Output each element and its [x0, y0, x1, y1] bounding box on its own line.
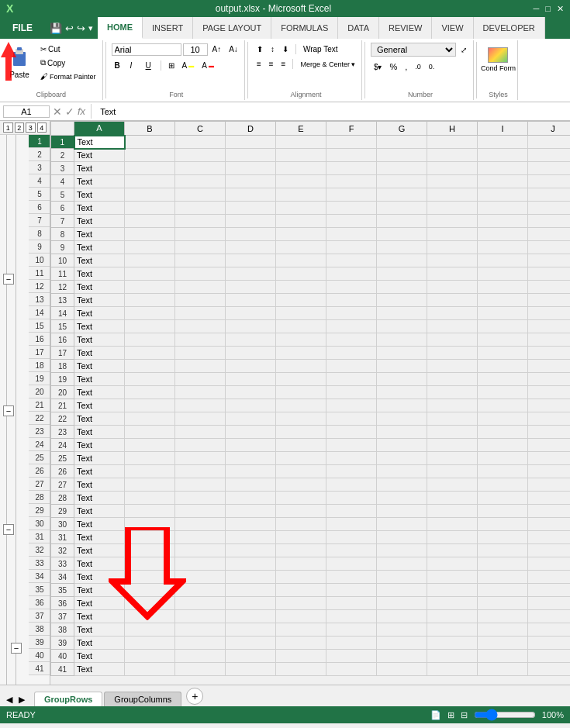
cell-E11[interactable] — [276, 267, 326, 281]
row-number-36[interactable]: 36 — [51, 597, 74, 610]
cell-G25[interactable] — [377, 452, 427, 465]
underline-button[interactable]: U — [143, 59, 157, 72]
customize-qat-icon[interactable]: ▾ — [88, 23, 93, 33]
align-bottom-btn[interactable]: ⬇ — [279, 43, 292, 56]
cell-H18[interactable] — [427, 360, 478, 373]
cell-C12[interactable] — [175, 281, 226, 294]
cell-H4[interactable] — [427, 175, 478, 188]
cell-I17[interactable] — [478, 347, 528, 360]
tab-view[interactable]: VIEW — [432, 17, 473, 39]
cell-B24[interactable] — [125, 439, 175, 452]
cell-I15[interactable] — [478, 320, 528, 333]
cell-A14[interactable]: Text — [74, 307, 125, 320]
col-header-I[interactable]: I — [478, 122, 528, 136]
cell-A40[interactable]: Text — [74, 650, 125, 663]
cell-A1[interactable]: Text — [74, 136, 125, 149]
cell-E33[interactable] — [276, 557, 326, 571]
cell-G37[interactable] — [377, 610, 427, 623]
cell-G6[interactable] — [377, 202, 427, 215]
cell-G5[interactable] — [377, 188, 427, 202]
cell-C25[interactable] — [175, 452, 226, 465]
cell-C10[interactable] — [175, 254, 226, 267]
cell-J27[interactable] — [528, 478, 571, 492]
cell-J33[interactable] — [528, 557, 571, 571]
sidebar-row-num-40[interactable]: 40 — [29, 649, 50, 662]
cell-A38[interactable]: Text — [74, 623, 125, 637]
cell-B29[interactable] — [125, 505, 175, 518]
level-btn-2[interactable]: 2 — [15, 122, 25, 133]
cell-G10[interactable] — [377, 254, 427, 267]
prev-sheet-btn[interactable]: ◀ — [3, 693, 16, 706]
cell-A33[interactable]: Text — [74, 557, 125, 571]
cell-I40[interactable] — [478, 650, 528, 663]
row-number-28[interactable]: 28 — [51, 492, 74, 505]
cell-J13[interactable] — [528, 294, 571, 307]
sheet-tab-grouprows[interactable]: GroupRows — [34, 692, 102, 706]
cell-F8[interactable] — [326, 228, 377, 241]
cell-I21[interactable] — [478, 399, 528, 412]
row-number-33[interactable]: 33 — [51, 557, 74, 571]
row-number-14[interactable]: 14 — [51, 307, 74, 320]
tab-home[interactable]: HOME — [98, 17, 143, 39]
cell-F18[interactable] — [326, 360, 377, 373]
sidebar-row-num-37[interactable]: 37 — [29, 609, 50, 623]
cell-D40[interactable] — [226, 650, 276, 663]
row-number-32[interactable]: 32 — [51, 544, 74, 557]
cell-C9[interactable] — [175, 241, 226, 254]
cell-E2[interactable] — [276, 149, 326, 162]
cell-I1[interactable] — [478, 136, 528, 149]
increase-decimal-btn[interactable]: 0. — [426, 60, 438, 73]
cell-B4[interactable] — [125, 175, 175, 188]
cell-D41[interactable] — [226, 663, 276, 676]
level-btn-3[interactable]: 3 — [26, 122, 36, 133]
comma-btn[interactable]: , — [402, 60, 410, 74]
row-number-8[interactable]: 8 — [51, 228, 74, 241]
sidebar-row-num-22[interactable]: 22 — [29, 412, 50, 425]
cell-A32[interactable]: Text — [74, 544, 125, 557]
row-num-header[interactable] — [51, 122, 74, 136]
decrease-decimal-btn[interactable]: .0 — [412, 60, 424, 73]
increase-font-btn[interactable]: A↑ — [209, 43, 225, 56]
cell-H28[interactable] — [427, 492, 478, 505]
cell-D13[interactable] — [226, 294, 276, 307]
cell-A37[interactable]: Text — [74, 610, 125, 623]
row-number-9[interactable]: 9 — [51, 241, 74, 254]
cell-B6[interactable] — [125, 202, 175, 215]
cell-A8[interactable]: Text — [74, 228, 125, 241]
cell-J38[interactable] — [528, 623, 571, 637]
cell-J5[interactable] — [528, 188, 571, 202]
cell-F15[interactable] — [326, 320, 377, 333]
cell-D27[interactable] — [226, 478, 276, 492]
cell-E38[interactable] — [276, 623, 326, 637]
cell-J29[interactable] — [528, 505, 571, 518]
sidebar-row-num-35[interactable]: 35 — [29, 583, 50, 596]
cell-I32[interactable] — [478, 544, 528, 557]
cell-A35[interactable]: Text — [74, 584, 125, 597]
minimize-btn[interactable]: ─ — [534, 4, 540, 14]
cell-A17[interactable]: Text — [74, 347, 125, 360]
cell-D26[interactable] — [226, 465, 276, 478]
level-btn-4[interactable]: 4 — [37, 122, 47, 133]
row-number-6[interactable]: 6 — [51, 202, 74, 215]
cell-J9[interactable] — [528, 241, 571, 254]
row-number-10[interactable]: 10 — [51, 254, 74, 267]
cell-D24[interactable] — [226, 439, 276, 452]
cell-C35[interactable] — [175, 584, 226, 597]
cell-F22[interactable] — [326, 412, 377, 426]
collapse-btn-row22[interactable]: − — [3, 405, 14, 416]
cell-J17[interactable] — [528, 347, 571, 360]
cell-J11[interactable] — [528, 267, 571, 281]
cell-E12[interactable] — [276, 281, 326, 294]
cell-I33[interactable] — [478, 557, 528, 571]
row-number-23[interactable]: 23 — [51, 426, 74, 439]
cell-C26[interactable] — [175, 465, 226, 478]
tab-review[interactable]: REVIEW — [379, 17, 432, 39]
cell-G28[interactable] — [377, 492, 427, 505]
cell-B3[interactable] — [125, 162, 175, 175]
cell-G11[interactable] — [377, 267, 427, 281]
cell-H40[interactable] — [427, 650, 478, 663]
row-number-11[interactable]: 11 — [51, 267, 74, 281]
cell-J16[interactable] — [528, 333, 571, 347]
merge-center-button[interactable]: Merge & Center ▾ — [297, 58, 358, 71]
row-number-35[interactable]: 35 — [51, 584, 74, 597]
